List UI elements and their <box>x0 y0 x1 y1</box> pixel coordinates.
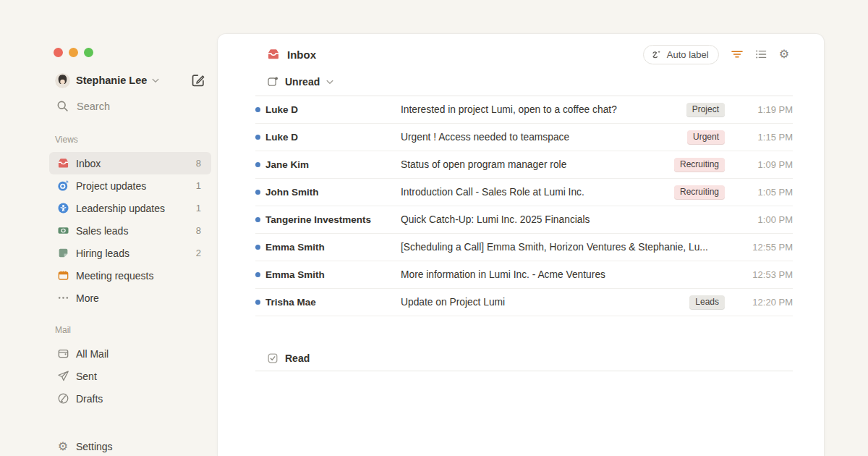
compose-icon[interactable] <box>191 73 205 88</box>
sidebar-item-label: Leadership updates <box>76 203 165 214</box>
email-subject: Quick Catch-Up: Lumi Inc. 2025 Financial… <box>401 214 744 225</box>
unread-count: 8 <box>196 158 201 169</box>
email-row[interactable]: Luke D Urgent ! Access needed to teamspa… <box>255 124 793 151</box>
sidebar-item-inbox[interactable]: Inbox 8 <box>49 152 211 174</box>
unread-dot <box>255 300 260 305</box>
user-name: Stephanie Lee <box>76 75 147 86</box>
email-sender: Emma Smith <box>265 269 401 280</box>
ellipsis-icon <box>56 292 69 305</box>
zoom-window-button[interactable] <box>84 48 93 57</box>
chevron-down-icon <box>152 78 159 83</box>
inbox-icon <box>56 157 69 170</box>
email-sender: Emma Smith <box>265 242 401 253</box>
close-window-button[interactable] <box>54 48 63 57</box>
email-row[interactable]: Luke D Interested in project Lumi, open … <box>255 96 793 124</box>
label-badge[interactable]: Recruiting <box>674 185 725 199</box>
sidebar-item-more[interactable]: More <box>49 287 211 309</box>
person-circle-icon <box>56 202 69 215</box>
email-sender: John Smith <box>265 187 401 198</box>
sidebar-item-label: Inbox <box>76 158 101 169</box>
email-sender: Luke D <box>265 132 401 143</box>
email-subject: Status of open program manager role <box>401 159 674 170</box>
money-icon <box>56 224 69 237</box>
unread-dot <box>255 272 260 277</box>
gear-icon[interactable]: ⚙ <box>779 48 789 60</box>
unread-dot <box>255 245 260 250</box>
email-subject: Urgent ! Access needed to teamspace <box>401 132 687 143</box>
page-title: Inbox <box>287 48 316 61</box>
email-subject: Introduction Call - Sales Role at Lumi I… <box>401 187 674 198</box>
email-time: 12:55 PM <box>744 242 793 253</box>
inbox-panel: Inbox Auto label <box>217 33 825 456</box>
filter-icon[interactable] <box>731 49 743 59</box>
email-time: 1:19 PM <box>744 104 793 115</box>
email-subject: Interested in project Lumi, open to a co… <box>401 104 686 115</box>
email-row[interactable]: Emma Smith More information in Lumi Inc.… <box>255 261 793 289</box>
label-badge[interactable]: Leads <box>689 295 725 309</box>
unread-dot <box>255 162 260 167</box>
send-icon <box>56 370 69 383</box>
label-badge[interactable]: Urgent <box>687 130 725 144</box>
email-row[interactable]: Trisha Mae Update on Project Lumi Leads … <box>255 289 793 316</box>
read-section-header[interactable]: Read <box>267 352 310 364</box>
avatar <box>55 73 70 88</box>
sidebar-item-label: Sales leads <box>76 225 128 237</box>
sidebar-item-label: Sent <box>76 371 97 382</box>
label-badge[interactable]: Project <box>686 103 725 117</box>
read-checkbox-icon <box>267 352 278 364</box>
label-badge[interactable]: Recruiting <box>674 158 725 172</box>
unread-count: 1 <box>196 180 201 191</box>
note-icon <box>56 247 69 260</box>
settings-section: ⚙ Settings <box>49 435 211 456</box>
sidebar-item-hiring-leads[interactable]: Hiring leads 2 <box>49 242 211 264</box>
sidebar-item-drafts[interactable]: Drafts <box>49 387 211 410</box>
list-icon[interactable] <box>755 49 767 59</box>
unread-dot <box>255 217 260 222</box>
auto-label-icon <box>651 49 662 60</box>
sidebar-item-sent[interactable]: Sent <box>49 365 211 387</box>
search-input[interactable]: Search <box>56 100 110 112</box>
search-icon <box>56 100 69 112</box>
sidebar-item-project-updates[interactable]: Project updates 1 <box>49 174 211 197</box>
divider <box>255 371 793 371</box>
sidebar-item-meeting-requests[interactable]: Meeting requests <box>49 264 211 287</box>
sidebar-item-label: All Mail <box>76 348 109 360</box>
auto-label-button-label: Auto label <box>667 49 709 60</box>
sidebar-item-sales-leads[interactable]: Sales leads 8 <box>49 219 211 242</box>
mail-section-label: Mail <box>49 325 211 335</box>
gear-icon: ⚙ <box>56 440 69 453</box>
email-sender: Jane Kim <box>265 159 401 170</box>
email-subject: More information in Lumi Inc. - Acme Ven… <box>401 269 744 280</box>
email-row[interactable]: John Smith Introduction Call - Sales Rol… <box>255 179 793 206</box>
sidebar-item-label: Settings <box>76 441 113 452</box>
mail-section: Mail All Mail Sent Drafts <box>49 325 211 410</box>
email-sender: Trisha Mae <box>265 297 401 308</box>
email-sender: Tangerine Investments <box>265 214 401 225</box>
sidebar-item-label: Project updates <box>76 180 146 192</box>
drafts-icon <box>56 392 69 405</box>
search-placeholder: Search <box>77 101 110 112</box>
sidebar-item-label: More <box>76 292 99 304</box>
unread-section-header[interactable]: Unread <box>267 76 333 88</box>
inbox-toolbar: Auto label ⚙ <box>643 45 789 64</box>
sidebar-item-label: Meeting requests <box>76 270 153 282</box>
unread-dot <box>255 135 260 140</box>
window-controls <box>54 48 93 57</box>
unread-icon <box>267 76 278 88</box>
email-time: 12:53 PM <box>744 269 793 280</box>
sidebar-item-leadership-updates[interactable]: Leadership updates 1 <box>49 197 211 219</box>
auto-label-button[interactable]: Auto label <box>643 45 719 64</box>
email-time: 12:20 PM <box>744 297 793 308</box>
email-row[interactable]: Emma Smith [Scheduling a Call] Emma Smit… <box>255 234 793 261</box>
email-row[interactable]: Tangerine Investments Quick Catch-Up: Lu… <box>255 206 793 234</box>
all-mail-icon <box>56 347 69 360</box>
unread-dot <box>255 107 260 112</box>
sidebar-item-settings[interactable]: ⚙ Settings <box>49 435 211 456</box>
inbox-header: Inbox Auto label <box>267 43 789 65</box>
account-switcher[interactable]: Stephanie Lee <box>55 72 189 89</box>
sidebar-item-all-mail[interactable]: All Mail <box>49 342 211 365</box>
email-row[interactable]: Jane Kim Status of open program manager … <box>255 151 793 179</box>
minimize-window-button[interactable] <box>69 48 78 57</box>
views-section-label: Views <box>49 135 211 145</box>
unread-count: 1 <box>196 203 201 214</box>
